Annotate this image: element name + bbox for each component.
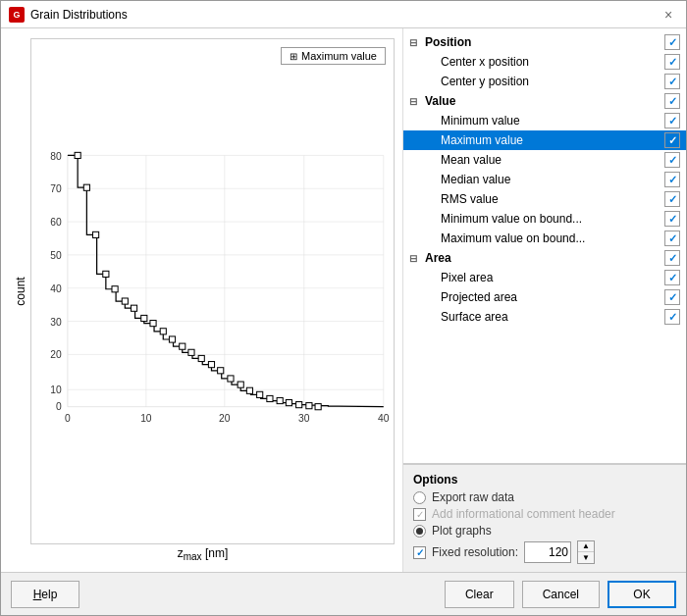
tree-item-min-value[interactable]: Minimum value [403, 111, 686, 130]
tree-item-mean-value[interactable]: Mean value [403, 150, 686, 170]
option-row-plot: Plot graphs [413, 524, 676, 538]
tree-item-min-bound[interactable]: Minimum value on bound... [403, 209, 686, 229]
x-subscript: max [184, 551, 202, 562]
close-button[interactable]: × [659, 5, 678, 25]
radio-plot[interactable] [413, 525, 426, 538]
app-icon: G [9, 7, 25, 23]
tree-label-value: Value [425, 94, 661, 108]
title-bar: G Grain Distributions × [1, 1, 686, 28]
checkbox-surface-area[interactable] [664, 309, 680, 325]
svg-rect-49 [277, 397, 283, 403]
tree-item-surface-area[interactable]: Surface area [403, 307, 686, 327]
svg-text:40: 40 [50, 283, 62, 294]
svg-text:40: 40 [378, 413, 390, 424]
checkbox-center-y[interactable] [664, 74, 680, 89]
tree-label-center-x: Center x position [441, 55, 661, 69]
chart-panel: count ⊞ Maximum value [1, 28, 403, 572]
tree-label-position: Position [425, 35, 661, 49]
svg-text:20: 20 [50, 349, 62, 360]
svg-text:70: 70 [50, 183, 62, 194]
chart-svg: 80 70 60 50 40 30 20 10 0 0 10 20 30 [31, 39, 394, 543]
label-export: Export raw data [432, 490, 514, 504]
svg-rect-41 [198, 355, 204, 361]
help-button[interactable]: Help [11, 581, 79, 608]
checkbox-area[interactable] [664, 250, 680, 266]
tree-item-projected-area[interactable]: Projected area [403, 287, 686, 307]
checkbox-fixed-resolution[interactable] [413, 546, 426, 559]
y-axis-label: count [14, 277, 27, 305]
tree-item-position[interactable]: ⊟ Position [403, 32, 686, 52]
options-area: Options Export raw data Add informationa… [403, 464, 686, 572]
legend-icon: ⊞ [290, 51, 297, 62]
checkbox-pixel-area[interactable] [664, 270, 680, 285]
tree-item-max-value[interactable]: Maximum value [403, 130, 686, 150]
tree-label-max-value: Maximum value [441, 133, 661, 147]
svg-text:80: 80 [50, 151, 62, 162]
tree-label-projected-area: Projected area [441, 290, 661, 304]
spin-up[interactable]: ▲ [578, 541, 594, 552]
tree-label-mean-value: Mean value [441, 153, 661, 167]
options-title: Options [413, 473, 676, 487]
label-fixed-resolution: Fixed resolution: [432, 545, 518, 559]
tree-label-area: Area [425, 251, 661, 265]
help-underline: H [33, 588, 42, 601]
svg-text:30: 30 [50, 317, 62, 328]
y-axis-label-container: count [11, 38, 30, 544]
resolution-row: Fixed resolution: ▲ ▼ [413, 540, 676, 564]
cancel-button[interactable]: Cancel [522, 581, 600, 608]
x-unit: [nm] [205, 546, 228, 560]
tree-item-value[interactable]: ⊟ Value [403, 91, 686, 111]
radio-export[interactable] [413, 491, 426, 504]
checkbox-median-value[interactable] [664, 172, 680, 187]
checkbox-max-value[interactable] [664, 132, 680, 148]
tree-item-center-y[interactable]: Center y position [403, 72, 686, 91]
checkbox-projected-area[interactable] [664, 289, 680, 305]
svg-rect-53 [315, 404, 321, 410]
spin-down[interactable]: ▼ [578, 552, 594, 563]
ok-button[interactable]: OK [608, 581, 676, 608]
bottom-bar: Help Clear Cancel OK [1, 572, 686, 615]
tree-label-rms-value: RMS value [441, 192, 661, 206]
tree-label-pixel-area: Pixel area [441, 271, 661, 284]
tree-item-median-value[interactable]: Median value [403, 170, 686, 189]
expand-icon-area: ⊟ [409, 253, 421, 264]
checkbox-value[interactable] [664, 93, 680, 109]
svg-rect-40 [188, 349, 194, 355]
checkbox-mean-value[interactable] [664, 152, 680, 168]
chart-area: ⊞ Maximum value [30, 38, 395, 544]
svg-rect-37 [160, 329, 166, 334]
tree-item-rms-value[interactable]: RMS value [403, 189, 686, 209]
tree-label-min-bound: Minimum value on bound... [441, 212, 661, 226]
svg-rect-31 [103, 271, 109, 277]
tree-item-pixel-area[interactable]: Pixel area [403, 268, 686, 287]
svg-rect-42 [208, 362, 214, 368]
svg-rect-28 [75, 152, 80, 158]
svg-text:20: 20 [219, 413, 231, 424]
help-label-rest: elp [41, 588, 57, 601]
checkbox-max-bound[interactable] [664, 231, 680, 246]
label-plot: Plot graphs [432, 524, 492, 538]
resolution-input[interactable] [524, 541, 571, 563]
clear-button[interactable]: Clear [445, 581, 514, 608]
svg-rect-38 [169, 336, 175, 342]
tree-label-min-value: Minimum value [441, 114, 661, 128]
svg-rect-39 [180, 343, 185, 349]
svg-rect-50 [286, 400, 291, 406]
tree-area[interactable]: ⊟ Position Center x position Center y po… [403, 28, 686, 464]
checkbox-min-value[interactable] [664, 113, 680, 128]
tree-label-max-bound: Maximum value on bound... [441, 231, 661, 245]
checkbox-position[interactable] [664, 34, 680, 50]
svg-text:0: 0 [65, 413, 71, 424]
tree-item-area[interactable]: ⊟ Area [403, 248, 686, 268]
svg-rect-46 [246, 387, 252, 393]
tree-item-center-x[interactable]: Center x position [403, 52, 686, 72]
checkbox-comment[interactable] [413, 508, 426, 521]
checkbox-min-bound[interactable] [664, 211, 680, 227]
checkbox-rms-value[interactable] [664, 191, 680, 207]
expand-icon-value: ⊟ [409, 96, 421, 107]
checkbox-center-x[interactable] [664, 54, 680, 70]
svg-text:0: 0 [56, 401, 62, 412]
svg-rect-36 [150, 321, 156, 327]
tree-item-max-bound[interactable]: Maximum value on bound... [403, 229, 686, 248]
right-panel: ⊟ Position Center x position Center y po… [403, 28, 686, 572]
